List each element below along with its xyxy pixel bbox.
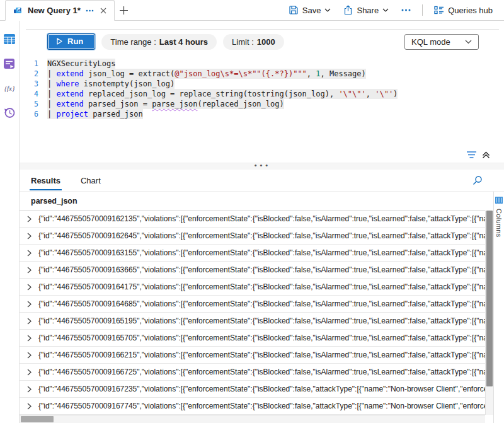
toolbar-divider xyxy=(422,4,423,16)
result-row[interactable]: {"id":"4467550570009165195","violations"… xyxy=(20,313,485,330)
query-tab-bar: New Query 1* Save xyxy=(0,0,504,21)
code-text: | extend parsed_json = parse_json(replac… xyxy=(47,99,284,109)
filter-results-icon[interactable] xyxy=(466,151,477,159)
share-button[interactable]: Share xyxy=(338,3,394,18)
tab-chart[interactable]: Chart xyxy=(79,171,102,190)
tab-more-icon[interactable] xyxy=(85,9,94,12)
result-row[interactable]: {"id":"4467550570009164175","violations"… xyxy=(20,279,485,296)
result-row[interactable]: {"id":"4467550570009162645","violations"… xyxy=(20,228,485,245)
time-range-label: Time range : xyxy=(110,37,156,47)
row-expand-chevron-icon[interactable] xyxy=(20,369,38,376)
queries-hub-icon xyxy=(434,6,444,14)
time-range-value: Last 4 hours xyxy=(159,37,208,47)
row-expand-chevron-icon[interactable] xyxy=(20,386,38,393)
row-json-cell: {"id":"4467550570009162135","violations"… xyxy=(38,214,485,223)
search-results-icon[interactable] xyxy=(472,175,483,185)
save-button[interactable]: Save xyxy=(284,3,336,18)
row-json-cell: {"id":"4467550570009164175","violations"… xyxy=(38,282,485,291)
code-text: | extend json_log = extract(@"json_log\s… xyxy=(47,69,366,79)
query-toolbar: Run Time range : Last 4 hours Limit : 10… xyxy=(20,21,504,55)
row-expand-chevron-icon[interactable] xyxy=(20,250,38,257)
result-row[interactable]: {"id":"4467550570009166725","violations"… xyxy=(20,364,485,381)
history-panel-icon[interactable] xyxy=(3,106,16,120)
row-json-cell: {"id":"4467550570009165195","violations"… xyxy=(38,316,485,325)
result-row[interactable]: {"id":"4467550570009166215","violations"… xyxy=(20,347,485,364)
share-icon xyxy=(343,5,353,15)
column-header-parsed-json[interactable]: parsed_json xyxy=(20,192,485,211)
functions-panel-icon[interactable]: {fx} xyxy=(3,81,16,95)
more-actions-button[interactable] xyxy=(396,6,416,14)
azure-data-explorer-window: New Query 1* Save xyxy=(0,0,504,423)
columns-panel-label: Columns xyxy=(495,209,503,238)
kql-mode-value: KQL mode xyxy=(411,37,450,47)
row-json-cell: {"id":"4467550570009163155","violations"… xyxy=(38,248,485,257)
tab-results[interactable]: Results xyxy=(30,171,62,190)
result-row[interactable]: {"id":"4467550570009162135","violations"… xyxy=(20,211,485,228)
kql-mode-select[interactable]: KQL mode xyxy=(404,34,479,50)
result-row[interactable]: {"id":"4467550570009163665","violations"… xyxy=(20,262,485,279)
share-chevron-icon xyxy=(382,8,389,12)
left-rail: {fx} xyxy=(0,21,20,423)
vertical-scrollbar-thumb[interactable] xyxy=(486,211,493,386)
time-range-picker[interactable]: Time range : Last 4 hours xyxy=(101,34,217,50)
row-expand-chevron-icon[interactable] xyxy=(20,301,38,308)
row-expand-chevron-icon[interactable] xyxy=(20,233,38,240)
code-line[interactable]: 6| project parsed_json xyxy=(20,109,504,119)
row-json-cell: {"id":"4467550570009166215","violations"… xyxy=(38,351,485,359)
code-line[interactable]: 3| where isnotempty(json_log) xyxy=(20,79,504,89)
row-expand-chevron-icon[interactable] xyxy=(20,267,38,274)
columns-panel-toggle[interactable]: Columns xyxy=(493,192,504,423)
results-rows: {"id":"4467550570009162135","violations"… xyxy=(20,211,485,415)
tables-panel-icon[interactable] xyxy=(3,32,16,46)
save-chevron-icon xyxy=(324,8,331,12)
vertical-scrollbar[interactable] xyxy=(485,211,493,415)
row-json-cell: {"id":"4467550570009167745","violations"… xyxy=(38,402,485,410)
result-row[interactable]: {"id":"4467550570009163155","violations"… xyxy=(20,245,485,262)
saved-queries-panel-icon[interactable] xyxy=(3,57,16,71)
editor-footer-actions xyxy=(466,151,490,159)
adx-query-icon xyxy=(13,6,23,16)
row-expand-chevron-icon[interactable] xyxy=(20,335,38,342)
row-expand-chevron-icon[interactable] xyxy=(20,318,38,325)
code-line[interactable]: 4| extend replaced_json_log = replace_st… xyxy=(20,89,504,99)
tab-title: New Query 1* xyxy=(28,6,81,15)
panel-resize-handle[interactable]: • • • xyxy=(20,163,504,170)
row-expand-chevron-icon[interactable] xyxy=(20,352,38,359)
line-number: 3 xyxy=(20,79,47,89)
columns-icon xyxy=(495,197,503,204)
run-button[interactable]: Run xyxy=(47,33,95,50)
query-tab[interactable]: New Query 1* xyxy=(5,0,115,21)
limit-label: Limit : xyxy=(232,37,254,47)
row-expand-chevron-icon[interactable] xyxy=(20,216,38,223)
line-number: 1 xyxy=(20,59,47,69)
result-row[interactable]: {"id":"4467550570009167235","violations"… xyxy=(20,381,485,398)
line-number: 2 xyxy=(20,69,47,79)
result-row[interactable]: {"id":"4467550570009165705","violations"… xyxy=(20,330,485,347)
code-line[interactable]: 1NGXSecurityLogs xyxy=(20,59,504,69)
tab-close-icon[interactable] xyxy=(99,8,108,14)
row-json-cell: {"id":"4467550570009166725","violations"… xyxy=(38,368,485,376)
kql-code-editor[interactable]: 1NGXSecurityLogs2| extend json_log = ext… xyxy=(20,55,504,119)
code-line[interactable]: 2| extend json_log = extract(@"json_log\… xyxy=(20,69,504,79)
code-line[interactable]: 5| extend parsed_json = parse_json(repla… xyxy=(20,99,504,109)
tab-bar-actions: Save Share xyxy=(284,0,504,20)
row-expand-chevron-icon[interactable] xyxy=(20,284,38,291)
collapse-editor-icon[interactable] xyxy=(482,151,490,159)
row-expand-chevron-icon[interactable] xyxy=(20,403,38,410)
horizontal-scrollbar[interactable] xyxy=(20,415,485,423)
play-icon xyxy=(57,38,62,45)
result-row[interactable]: {"id":"4467550570009167745","violations"… xyxy=(20,398,485,415)
share-label: Share xyxy=(357,6,379,15)
results-tab-strip: Results Chart xyxy=(20,170,504,192)
queries-hub-button[interactable]: Queries hub xyxy=(429,3,498,18)
kql-mode-chevron-icon xyxy=(465,40,472,44)
new-tab-button[interactable] xyxy=(115,0,134,20)
line-number: 6 xyxy=(20,109,47,119)
code-text: | extend replaced_json_log = replace_str… xyxy=(47,89,398,99)
result-row[interactable]: {"id":"4467550570009164685","violations"… xyxy=(20,296,485,313)
queries-hub-label: Queries hub xyxy=(448,6,493,15)
row-json-cell: {"id":"4467550570009165705","violations"… xyxy=(38,333,485,342)
limit-picker[interactable]: Limit : 1000 xyxy=(223,34,284,50)
line-number: 5 xyxy=(20,99,47,109)
horizontal-scrollbar-thumb[interactable] xyxy=(21,416,54,422)
